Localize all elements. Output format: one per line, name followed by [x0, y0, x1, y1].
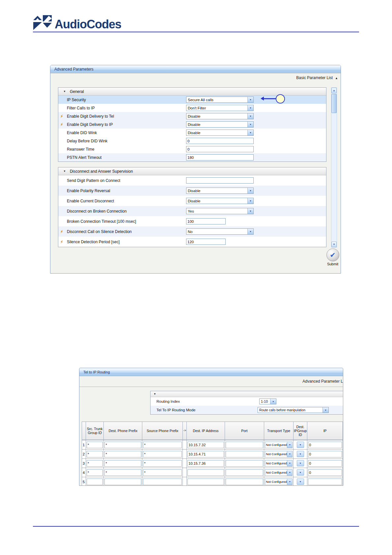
param-input[interactable] [186, 218, 226, 224]
lightning-icon: ⚡ [60, 229, 63, 234]
table-cell [187, 440, 225, 450]
collapse-up-icon: ▲ [335, 76, 338, 80]
cell-input[interactable] [226, 469, 264, 476]
param-select[interactable]: Disable▼ [186, 188, 254, 194]
select-value: Not Configured [265, 471, 287, 474]
cell-input[interactable] [143, 469, 182, 476]
table-cell [142, 459, 183, 468]
cell-input[interactable] [104, 460, 141, 467]
table-cell: Not Configured▼ [264, 477, 294, 486]
param-select[interactable]: Disable▼ [186, 121, 254, 128]
cell-input[interactable] [187, 451, 224, 457]
cell-input[interactable] [87, 469, 103, 476]
collapse-icon[interactable]: ▼ [63, 90, 66, 93]
cell-input[interactable] [143, 442, 182, 448]
cell-input[interactable] [87, 460, 103, 467]
param-input[interactable] [186, 154, 254, 161]
cell-input[interactable] [226, 451, 264, 457]
cell-input[interactable] [87, 479, 103, 485]
param-select[interactable]: Disable▼ [186, 130, 254, 136]
param-input[interactable] [186, 177, 254, 184]
table-cell [187, 477, 225, 486]
param-select[interactable]: Yes▼ [186, 208, 254, 214]
cell-input[interactable] [308, 460, 342, 467]
transport-type-select[interactable]: Not Configured▼ [265, 469, 293, 476]
transport-type-select[interactable]: Not Configured▼ [265, 460, 293, 467]
table-header-row: Src. Trunk Group IDDest. Phone PrefixSou… [82, 422, 343, 440]
table-cell: Not Configured▼ [264, 450, 294, 459]
cell-input[interactable] [226, 460, 264, 467]
select-value: Don't Filter [186, 106, 247, 110]
column-header: Dest. IP Address [187, 422, 225, 440]
table-cell [142, 477, 183, 486]
ipgroup-select[interactable]: ▼ [297, 469, 304, 476]
cell-input[interactable] [104, 469, 141, 476]
submit-button[interactable]: ✔ Submit [322, 248, 343, 266]
arrow-cell [183, 450, 187, 459]
option-select[interactable]: 1-10▼ [259, 398, 276, 404]
transport-type-select[interactable]: Not Configured▼ [265, 451, 293, 457]
cell-input[interactable] [308, 479, 342, 485]
check-icon[interactable]: ✔ [326, 248, 339, 261]
chevron-down-icon: ▼ [247, 188, 253, 193]
scroll-up-icon[interactable]: ▲ [331, 88, 337, 93]
cell-input[interactable] [187, 479, 224, 485]
collapse-icon[interactable]: ▼ [63, 170, 66, 173]
cell-input[interactable] [143, 451, 182, 457]
table-cell [187, 459, 225, 468]
transport-type-select[interactable]: Not Configured▼ [265, 442, 293, 448]
param-label: Broken Connection Timeout [100 msec] [67, 219, 136, 224]
section-title: Disconnect and Answer Supervision [70, 169, 133, 174]
param-select[interactable]: Disable▼ [186, 113, 254, 119]
param-select[interactable]: Don't Filter▼ [186, 105, 254, 111]
ipgroup-select[interactable]: ▼ [297, 451, 304, 457]
cell-input[interactable] [104, 479, 141, 485]
param-label: PSTN Alert Timeout [67, 155, 101, 160]
cell-input[interactable] [104, 451, 141, 457]
cell-input[interactable] [143, 479, 182, 485]
table-cell: Not Configured▼ [264, 468, 294, 477]
option-select[interactable]: Route calls before manipulation▼ [258, 407, 329, 413]
select-value: 1-10 [260, 399, 270, 403]
select-value: Not Configured [265, 480, 287, 483]
cell-input[interactable] [226, 479, 264, 485]
column-header: -> [183, 422, 187, 440]
cell-input[interactable] [308, 469, 342, 476]
chevron-down-icon: ▼ [247, 198, 253, 204]
ipgroup-select[interactable]: ▼ [297, 460, 304, 466]
cell-input[interactable] [187, 460, 224, 467]
param-input[interactable] [186, 138, 254, 144]
column-header: IP [307, 422, 343, 440]
param-select[interactable]: Disable▼ [186, 198, 254, 204]
table-cell: ▼ [294, 450, 307, 459]
vertical-scrollbar[interactable]: ▲ ▼ [331, 87, 337, 248]
table-cell [307, 440, 343, 450]
param-input[interactable] [186, 239, 226, 245]
param-select[interactable]: Secure All calls▼ [186, 97, 254, 103]
advanced-parameter-list-toggle[interactable]: Advanced Parameter List [302, 379, 343, 384]
ipgroup-select[interactable]: ▼ [297, 479, 304, 485]
header-rule [33, 32, 359, 32]
transport-type-select[interactable]: Not Configured▼ [265, 479, 293, 485]
cell-input[interactable] [308, 451, 342, 457]
cell-input[interactable] [104, 442, 141, 448]
cell-input[interactable] [226, 442, 264, 448]
basic-parameter-list-toggle[interactable]: Basic Parameter List▲ [296, 75, 338, 80]
toggle-label: Basic Parameter List [296, 75, 333, 80]
param-row: Reanswer Time [58, 145, 326, 153]
scrollbar-thumb[interactable] [331, 94, 337, 113]
cell-input[interactable] [143, 460, 182, 467]
cell-input[interactable] [187, 442, 224, 448]
cell-input[interactable] [187, 469, 224, 476]
collapse-icon[interactable]: ▼ [154, 393, 156, 395]
cell-input[interactable] [87, 442, 103, 448]
chevron-down-icon: ▼ [287, 479, 292, 485]
ipgroup-select[interactable]: ▼ [297, 442, 304, 448]
cell-input[interactable] [308, 442, 342, 448]
scroll-down-icon[interactable]: ▼ [331, 242, 337, 247]
param-select[interactable]: No▼ [186, 228, 254, 235]
cell-input[interactable] [87, 451, 103, 457]
table-cell [104, 468, 142, 477]
param-input[interactable] [186, 146, 254, 152]
window-title: Advanced Parameters [54, 67, 94, 72]
